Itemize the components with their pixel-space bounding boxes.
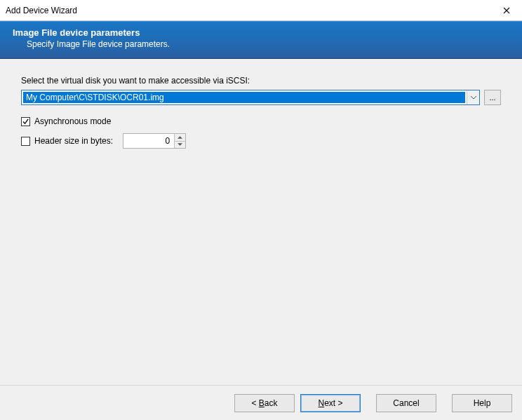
disk-path-value: My Computer\C\STDISK\OCR01.img <box>23 92 465 103</box>
next-button[interactable]: Next > <box>300 394 361 412</box>
help-button-label: Help <box>474 398 491 408</box>
back-button[interactable]: < Back <box>234 394 295 412</box>
title-bar: Add Device Wizard <box>0 0 522 21</box>
content-area: Select the virtual disk you want to make… <box>0 59 522 147</box>
checkmark-icon <box>22 118 29 125</box>
help-button[interactable]: Help <box>452 394 512 412</box>
close-button[interactable] <box>491 0 522 20</box>
window-title: Add Device Wizard <box>6 6 77 15</box>
wizard-banner: Image File device parameters Specify Ima… <box>0 21 522 59</box>
header-size-label: Header size in bytes: <box>34 136 113 146</box>
banner-heading: Image File device parameters <box>13 27 522 38</box>
async-mode-label: Asynchronous mode <box>34 116 111 126</box>
header-size-value: 0 <box>123 134 174 148</box>
disk-select-label: Select the virtual disk you want to make… <box>21 76 501 86</box>
browse-button-label: ... <box>489 93 495 102</box>
chevron-down-icon <box>178 143 182 146</box>
cancel-button[interactable]: Cancel <box>376 394 436 412</box>
disk-path-combobox[interactable]: My Computer\C\STDISK\OCR01.img <box>21 90 480 105</box>
header-size-spinner[interactable]: 0 <box>123 133 186 149</box>
banner-subheading: Specify Image File device parameters. <box>13 39 522 49</box>
chevron-down-icon <box>471 96 476 100</box>
browse-button[interactable]: ... <box>484 90 501 105</box>
chevron-up-icon <box>178 136 182 139</box>
close-icon <box>503 7 510 14</box>
combobox-dropdown-button[interactable] <box>467 90 479 104</box>
spinner-down-button[interactable] <box>175 142 185 149</box>
header-size-checkbox[interactable] <box>21 137 30 146</box>
spinner-up-button[interactable] <box>175 134 185 142</box>
cancel-button-label: Cancel <box>393 398 419 408</box>
wizard-footer: < Back Next > Cancel Help <box>0 385 522 420</box>
async-mode-checkbox[interactable] <box>21 117 30 126</box>
